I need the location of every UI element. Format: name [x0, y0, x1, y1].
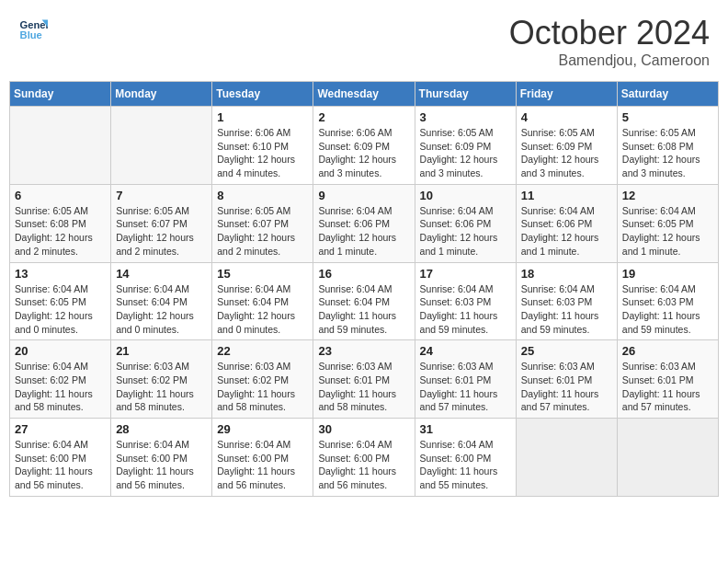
- day-number: 28: [116, 422, 207, 436]
- day-info: Sunrise: 6:04 AM Sunset: 6:06 PM Dayligh…: [420, 204, 511, 259]
- day-info: Sunrise: 6:03 AM Sunset: 6:01 PM Dayligh…: [521, 360, 612, 414]
- day-number: 9: [318, 189, 409, 202]
- calendar-cell: 15Sunrise: 6:04 AM Sunset: 6:04 PM Dayli…: [212, 262, 313, 340]
- day-number: 16: [318, 267, 409, 281]
- month-title: October 2024: [509, 14, 710, 52]
- day-number: 20: [15, 344, 106, 358]
- location: Bamendjou, Cameroon: [509, 52, 710, 69]
- day-number: 7: [116, 189, 207, 202]
- day-info: Sunrise: 6:05 AM Sunset: 6:09 PM Dayligh…: [420, 126, 511, 180]
- day-info: Sunrise: 6:04 AM Sunset: 6:00 PM Dayligh…: [420, 438, 511, 492]
- calendar-cell: 16Sunrise: 6:04 AM Sunset: 6:04 PM Dayli…: [313, 262, 415, 340]
- weekday-header-saturday: Saturday: [617, 82, 718, 107]
- calendar-cell: 19Sunrise: 6:04 AM Sunset: 6:03 PM Dayli…: [617, 262, 718, 340]
- title-block: October 2024 Bamendjou, Cameroon: [509, 14, 710, 69]
- calendar-cell: 29Sunrise: 6:04 AM Sunset: 6:00 PM Dayli…: [212, 419, 313, 497]
- calendar-cell: 6Sunrise: 6:05 AM Sunset: 6:08 PM Daylig…: [10, 184, 111, 262]
- calendar-week-0: 1Sunrise: 6:06 AM Sunset: 6:10 PM Daylig…: [10, 107, 719, 185]
- calendar-week-2: 13Sunrise: 6:04 AM Sunset: 6:05 PM Dayli…: [10, 262, 719, 340]
- calendar-cell: 11Sunrise: 6:04 AM Sunset: 6:06 PM Dayli…: [516, 184, 617, 262]
- day-info: Sunrise: 6:04 AM Sunset: 6:04 PM Dayligh…: [318, 282, 409, 337]
- day-number: 25: [521, 344, 612, 358]
- calendar-cell: [516, 419, 617, 497]
- calendar-cell: 26Sunrise: 6:03 AM Sunset: 6:01 PM Dayli…: [617, 340, 718, 419]
- day-number: 11: [521, 189, 612, 202]
- day-info: Sunrise: 6:03 AM Sunset: 6:01 PM Dayligh…: [420, 360, 511, 414]
- calendar-cell: 25Sunrise: 6:03 AM Sunset: 6:01 PM Dayli…: [516, 340, 617, 419]
- calendar-cell: 22Sunrise: 6:03 AM Sunset: 6:02 PM Dayli…: [212, 340, 313, 419]
- calendar-cell: 28Sunrise: 6:04 AM Sunset: 6:00 PM Dayli…: [111, 419, 212, 497]
- day-number: 15: [217, 267, 308, 281]
- weekday-header-tuesday: Tuesday: [212, 82, 313, 107]
- calendar-cell: 31Sunrise: 6:04 AM Sunset: 6:00 PM Dayli…: [415, 419, 516, 497]
- weekday-header-sunday: Sunday: [10, 82, 111, 107]
- day-info: Sunrise: 6:03 AM Sunset: 6:01 PM Dayligh…: [318, 360, 409, 414]
- calendar-cell: 14Sunrise: 6:04 AM Sunset: 6:04 PM Dayli…: [111, 262, 212, 340]
- day-info: Sunrise: 6:05 AM Sunset: 6:07 PM Dayligh…: [116, 204, 207, 259]
- day-number: 14: [116, 267, 207, 281]
- day-number: 29: [217, 422, 308, 436]
- day-number: 17: [420, 267, 511, 281]
- day-info: Sunrise: 6:04 AM Sunset: 6:00 PM Dayligh…: [217, 438, 308, 492]
- day-info: Sunrise: 6:05 AM Sunset: 6:08 PM Dayligh…: [622, 126, 713, 180]
- day-info: Sunrise: 6:05 AM Sunset: 6:08 PM Dayligh…: [15, 204, 106, 259]
- calendar-cell: 23Sunrise: 6:03 AM Sunset: 6:01 PM Dayli…: [313, 340, 415, 419]
- logo-icon: General Blue: [18, 14, 48, 43]
- calendar-week-1: 6Sunrise: 6:05 AM Sunset: 6:08 PM Daylig…: [10, 184, 719, 262]
- day-info: Sunrise: 6:04 AM Sunset: 6:03 PM Dayligh…: [521, 282, 612, 337]
- calendar-cell: 5Sunrise: 6:05 AM Sunset: 6:08 PM Daylig…: [617, 107, 718, 185]
- day-number: 27: [15, 422, 106, 436]
- day-number: 5: [622, 110, 713, 124]
- calendar-cell: [111, 107, 212, 185]
- day-number: 18: [521, 267, 612, 281]
- day-number: 24: [420, 344, 511, 358]
- svg-text:Blue: Blue: [20, 29, 42, 40]
- day-info: Sunrise: 6:04 AM Sunset: 6:03 PM Dayligh…: [420, 282, 511, 337]
- day-number: 4: [521, 110, 612, 124]
- day-number: 26: [622, 344, 713, 358]
- calendar-cell: 4Sunrise: 6:05 AM Sunset: 6:09 PM Daylig…: [516, 107, 617, 185]
- calendar-cell: 1Sunrise: 6:06 AM Sunset: 6:10 PM Daylig…: [212, 107, 313, 185]
- day-number: 13: [15, 267, 106, 281]
- day-number: 23: [318, 344, 409, 358]
- day-number: 2: [318, 110, 409, 124]
- day-number: 30: [318, 422, 409, 436]
- day-number: 6: [15, 189, 106, 202]
- day-info: Sunrise: 6:04 AM Sunset: 6:06 PM Dayligh…: [521, 204, 612, 259]
- calendar-cell: 3Sunrise: 6:05 AM Sunset: 6:09 PM Daylig…: [415, 107, 516, 185]
- logo: General Blue: [18, 14, 48, 43]
- day-info: Sunrise: 6:05 AM Sunset: 6:09 PM Dayligh…: [521, 126, 612, 180]
- calendar-header-row: SundayMondayTuesdayWednesdayThursdayFrid…: [10, 82, 719, 107]
- day-number: 12: [622, 189, 713, 202]
- day-info: Sunrise: 6:04 AM Sunset: 6:02 PM Dayligh…: [15, 360, 106, 414]
- day-info: Sunrise: 6:04 AM Sunset: 6:05 PM Dayligh…: [622, 204, 713, 259]
- day-number: 19: [622, 267, 713, 281]
- calendar-cell: 10Sunrise: 6:04 AM Sunset: 6:06 PM Dayli…: [415, 184, 516, 262]
- calendar-cell: 7Sunrise: 6:05 AM Sunset: 6:07 PM Daylig…: [111, 184, 212, 262]
- calendar-cell: [10, 107, 111, 185]
- calendar-cell: 24Sunrise: 6:03 AM Sunset: 6:01 PM Dayli…: [415, 340, 516, 419]
- day-info: Sunrise: 6:03 AM Sunset: 6:02 PM Dayligh…: [217, 360, 308, 414]
- day-number: 10: [420, 189, 511, 202]
- day-info: Sunrise: 6:05 AM Sunset: 6:07 PM Dayligh…: [217, 204, 308, 259]
- weekday-header-friday: Friday: [516, 82, 617, 107]
- day-number: 21: [116, 344, 207, 358]
- day-info: Sunrise: 6:03 AM Sunset: 6:02 PM Dayligh…: [116, 360, 207, 414]
- weekday-header-thursday: Thursday: [415, 82, 516, 107]
- calendar-cell: 21Sunrise: 6:03 AM Sunset: 6:02 PM Dayli…: [111, 340, 212, 419]
- day-info: Sunrise: 6:04 AM Sunset: 6:05 PM Dayligh…: [15, 282, 106, 337]
- page-header: General Blue October 2024 Bamendjou, Cam…: [9, 9, 719, 74]
- calendar-cell: [617, 419, 718, 497]
- day-number: 31: [420, 422, 511, 436]
- day-info: Sunrise: 6:04 AM Sunset: 6:00 PM Dayligh…: [318, 438, 409, 492]
- day-number: 3: [420, 110, 511, 124]
- calendar-table: SundayMondayTuesdayWednesdayThursdayFrid…: [9, 81, 719, 497]
- day-number: 22: [217, 344, 308, 358]
- day-info: Sunrise: 6:06 AM Sunset: 6:09 PM Dayligh…: [318, 126, 409, 180]
- day-info: Sunrise: 6:03 AM Sunset: 6:01 PM Dayligh…: [622, 360, 713, 414]
- calendar-cell: 30Sunrise: 6:04 AM Sunset: 6:00 PM Dayli…: [313, 419, 415, 497]
- day-info: Sunrise: 6:04 AM Sunset: 6:04 PM Dayligh…: [217, 282, 308, 337]
- calendar-cell: 18Sunrise: 6:04 AM Sunset: 6:03 PM Dayli…: [516, 262, 617, 340]
- day-info: Sunrise: 6:04 AM Sunset: 6:00 PM Dayligh…: [15, 438, 106, 492]
- weekday-header-wednesday: Wednesday: [313, 82, 415, 107]
